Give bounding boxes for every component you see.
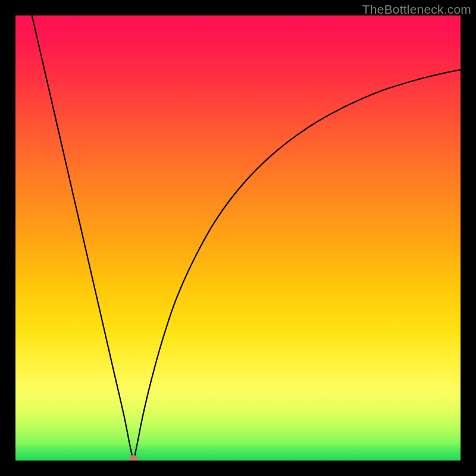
plot-area bbox=[15, 15, 461, 461]
curve-svg bbox=[15, 15, 461, 461]
chart-frame: TheBottleneck.com bbox=[0, 0, 476, 476]
watermark-text: TheBottleneck.com bbox=[362, 2, 471, 17]
bottleneck-curve bbox=[32, 15, 461, 459]
min-marker bbox=[129, 455, 137, 461]
